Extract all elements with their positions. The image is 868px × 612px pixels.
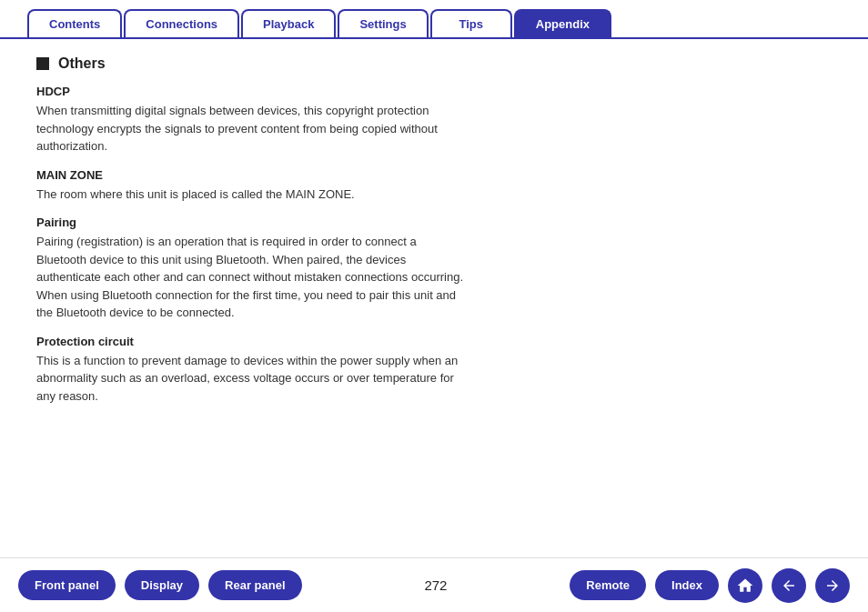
home-icon xyxy=(736,577,754,595)
back-button[interactable] xyxy=(772,568,806,603)
home-button[interactable] xyxy=(728,568,762,603)
bottom-right-buttons: Remote Index xyxy=(570,568,850,603)
section-heading: Others xyxy=(36,55,832,72)
remote-button[interactable]: Remote xyxy=(570,570,646,600)
term-def-pairing: Pairing (registration) is an operation t… xyxy=(36,233,464,322)
term-main-zone: MAIN ZONE The room where this unit is pl… xyxy=(36,168,832,204)
term-protection-circuit: Protection circuit This is a function to… xyxy=(36,335,832,406)
term-label-hdcp: HDCP xyxy=(36,85,832,98)
rear-panel-button[interactable]: Rear panel xyxy=(208,570,301,600)
index-button[interactable]: Index xyxy=(655,570,719,600)
tab-contents[interactable]: Contents xyxy=(27,9,122,37)
front-panel-button[interactable]: Front panel xyxy=(18,570,116,600)
term-label-pairing: Pairing xyxy=(36,216,832,229)
tab-playback[interactable]: Playback xyxy=(241,9,336,37)
page-number: 272 xyxy=(424,577,447,593)
tab-tips[interactable]: Tips xyxy=(430,9,512,37)
forward-button[interactable] xyxy=(815,568,850,603)
back-arrow-icon xyxy=(781,577,797,594)
tab-settings[interactable]: Settings xyxy=(338,9,428,37)
term-def-protection: This is a function to prevent damage to … xyxy=(36,352,464,406)
term-label-main-zone: MAIN ZONE xyxy=(36,168,832,182)
tab-connections[interactable]: Connections xyxy=(124,9,239,37)
main-content: Others HDCP When transmitting digital si… xyxy=(0,39,868,557)
term-def-hdcp: When transmitting digital signals betwee… xyxy=(36,102,464,156)
term-pairing: Pairing Pairing (registration) is an ope… xyxy=(36,216,832,322)
bottom-left-buttons: Front panel Display Rear panel xyxy=(18,570,302,600)
forward-arrow-icon xyxy=(824,577,841,594)
tab-navigation: Contents Connections Playback Settings T… xyxy=(0,0,868,39)
term-hdcp: HDCP When transmitting digital signals b… xyxy=(36,85,832,156)
section-title-icon xyxy=(36,57,49,70)
term-def-main-zone: The room where this unit is placed is ca… xyxy=(36,186,464,204)
term-label-protection: Protection circuit xyxy=(36,335,832,348)
section-title-text: Others xyxy=(58,55,106,72)
display-button[interactable]: Display xyxy=(125,570,199,600)
bottom-navigation: Front panel Display Rear panel 272 Remot… xyxy=(0,557,868,612)
tab-appendix[interactable]: Appendix xyxy=(514,9,611,37)
